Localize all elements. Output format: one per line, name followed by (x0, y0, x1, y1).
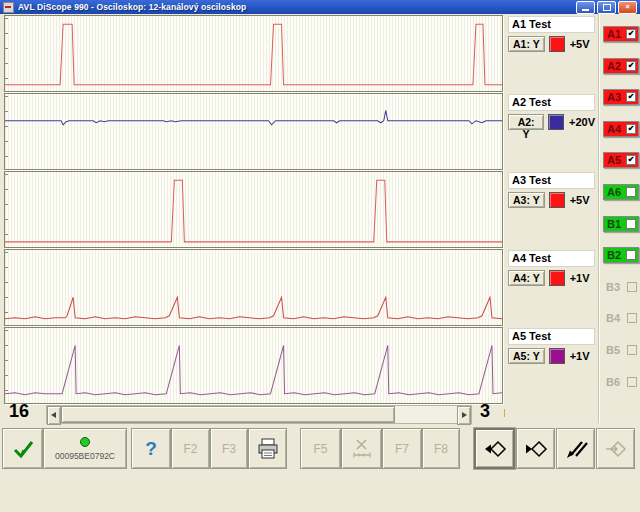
channel-y-button[interactable]: A5: Y (508, 348, 545, 364)
scroll-right-arrow[interactable] (457, 406, 471, 425)
channel-button-b3: B3 (603, 279, 639, 295)
channel-checkbox[interactable]: ✔ (626, 29, 636, 39)
channel-button-b1[interactable]: B1 (603, 216, 639, 232)
waveform-5 (5, 328, 502, 403)
plot-a2 (4, 93, 503, 170)
channel-button-label: A1 (607, 28, 621, 40)
caliper-icon (350, 437, 374, 461)
channel-y-button[interactable]: A1: Y (508, 36, 545, 52)
channel-buttons-panel: A1✔A2✔A3✔A4✔A5✔A6B1B2B3B4B5B6 (599, 14, 640, 423)
help-button[interactable]: ? (131, 428, 171, 469)
device-id-label: 00095BE0792C (55, 451, 115, 461)
channel-button-a4[interactable]: A4✔ (603, 121, 639, 137)
channel-checkbox[interactable]: ✔ (626, 124, 636, 134)
channel-checkbox (627, 313, 637, 323)
measure-button (341, 428, 382, 469)
device-id-button[interactable]: 00095BE0792C (43, 428, 127, 469)
waveform-2 (5, 94, 502, 169)
channel-checkbox[interactable]: ✔ (626, 61, 636, 71)
channel-info-title: A2 Test (508, 94, 595, 111)
channel-button-label: A4 (607, 123, 621, 135)
marker-next-button[interactable] (516, 428, 555, 469)
channel-button-label: B3 (606, 281, 620, 293)
channel-y-button[interactable]: A3: Y (508, 192, 545, 208)
channel-checkbox[interactable] (626, 219, 636, 229)
channel-checkbox (627, 282, 637, 292)
channel-checkbox[interactable] (626, 187, 636, 197)
channel-info-row: A5: Y+1V (508, 347, 595, 365)
plot-a4 (4, 249, 503, 326)
plot-a1 (4, 15, 503, 92)
channel-range-value: +5V (570, 194, 590, 206)
channel-checkbox[interactable]: ✔ (626, 92, 636, 102)
scroll-left-arrow[interactable] (47, 406, 61, 425)
confirm-button[interactable] (2, 428, 43, 469)
f3-button: F3 (210, 428, 248, 469)
channel-info-row: A4: Y+1V (508, 269, 595, 287)
marker-prev-button[interactable] (474, 428, 515, 469)
checkmark-icon (9, 437, 37, 461)
channel-range-value: +5V (570, 38, 590, 50)
channel-info-row: A3: Y+5V (508, 191, 595, 209)
scrollbar-track[interactable] (395, 406, 457, 423)
channel-button-label: A2 (607, 60, 621, 72)
channel-color-swatch[interactable] (549, 270, 565, 286)
channel-y-button[interactable]: A4: Y (508, 270, 545, 286)
channel-button-label: A6 (607, 186, 621, 198)
channel-color-swatch[interactable] (549, 348, 565, 364)
channel-button-b4: B4 (603, 310, 639, 326)
channel-button-a5[interactable]: A5✔ (603, 152, 639, 168)
channel-info-title: A1 Test (508, 16, 595, 33)
f5-label: F5 (313, 442, 327, 456)
diamond-enter-icon (603, 437, 629, 461)
channel-button-a2[interactable]: A2✔ (603, 58, 639, 74)
channel-checkbox[interactable]: ✔ (626, 155, 636, 165)
minimize-icon (582, 9, 589, 11)
close-icon: × (625, 3, 630, 11)
channel-info-box-2: A2 TestA2: Y+20V (508, 94, 595, 131)
channel-info-panel: A1 TestA1: Y+5VA2 TestA2: Y+20VA3 TestA3… (505, 14, 599, 423)
channel-color-swatch[interactable] (548, 114, 564, 130)
minimize-button[interactable] (576, 1, 595, 14)
close-button[interactable]: × (618, 1, 637, 14)
channel-button-b2[interactable]: B2 (603, 247, 639, 263)
window-controls: × (576, 1, 640, 14)
f7-label: F7 (395, 442, 409, 456)
channel-button-a3[interactable]: A3✔ (603, 89, 639, 105)
channel-range-value: +1V (570, 272, 590, 284)
pen-strike-icon (563, 437, 589, 461)
channel-color-swatch[interactable] (549, 36, 565, 52)
toolbar: 00095BE0792C?F2F3F5F7F8 (0, 428, 640, 469)
f3-label: F3 (222, 442, 236, 456)
window-title: AVL DiScope 990 - Osciloskop: 12-kanálov… (18, 2, 246, 12)
channel-info-box-5: A5 TestA5: Y+1V (508, 328, 595, 365)
plot-a5 (4, 327, 503, 404)
f8-button: F8 (422, 428, 460, 469)
plot-a3 (4, 171, 503, 248)
channel-checkbox[interactable] (626, 250, 636, 260)
channel-info-title: A3 Test (508, 172, 595, 189)
channel-button-a6[interactable]: A6 (603, 184, 639, 200)
f7-button: F7 (382, 428, 422, 469)
restore-button[interactable] (597, 1, 616, 14)
f2-label: F2 (183, 442, 197, 456)
channel-y-button[interactable]: A2: Y (508, 114, 544, 130)
channel-color-swatch[interactable] (549, 192, 565, 208)
channel-button-label: B6 (606, 376, 620, 388)
time-scrollbar[interactable] (46, 405, 472, 424)
title-bar: AVL DiScope 990 - Osciloskop: 12-kanálov… (0, 0, 640, 14)
app-window: AVL DiScope 990 - Osciloskop: 12-kanálov… (0, 0, 640, 512)
channel-button-label: B5 (606, 344, 620, 356)
led-icon (79, 436, 91, 448)
channel-info-title: A4 Test (508, 250, 595, 267)
print-button[interactable] (248, 428, 287, 469)
channel-button-label: B2 (607, 249, 621, 261)
marker-goto-button (596, 428, 635, 469)
scrollbar-thumb[interactable] (61, 406, 395, 423)
annotate-button[interactable] (556, 428, 595, 469)
channel-button-a1[interactable]: A1✔ (603, 26, 639, 42)
app-icon (3, 2, 14, 13)
scroll-right-value: 3 (480, 401, 490, 422)
diamond-right-icon (523, 437, 549, 461)
channel-info-box-3: A3 TestA3: Y+5V (508, 172, 595, 209)
